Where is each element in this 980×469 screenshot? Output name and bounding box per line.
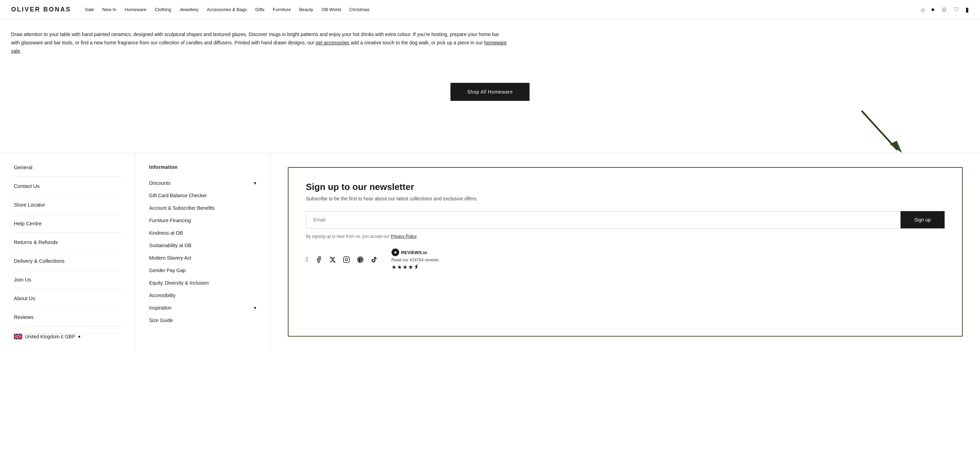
newsletter-subtitle: Subscribe to be the first to hear about … (306, 196, 945, 201)
footer-mid-discounts[interactable]: Discounts ▾ (149, 177, 256, 189)
social-links:  (306, 248, 945, 270)
footer-mid-furniture-financing[interactable]: Furniture Financing (149, 214, 256, 227)
main-content: Draw attention to your table with hand p… (0, 19, 520, 69)
nav-jewellery[interactable]: Jewellery (180, 7, 198, 12)
star-rating: ★ ★ ★ ★ ⯨ (391, 264, 419, 270)
shop-button-wrapper: Shop All Homeware (0, 69, 980, 108)
footer-left-items: General Contact Us Store Locator Help Ce… (14, 164, 121, 326)
shop-all-homeware-button[interactable]: Shop All Homeware (450, 83, 529, 101)
nav-ob-world[interactable]: OB World (321, 7, 341, 12)
facebook-icon[interactable]:  (306, 256, 308, 263)
newsletter-box: Sign up to our newsletter Subscribe to b… (288, 167, 963, 337)
wishlist-icon[interactable]: ♡ (954, 6, 959, 14)
newsletter-form: Sign up (306, 211, 945, 229)
nav-furniture[interactable]: Furniture (273, 7, 291, 12)
star-3: ★ (402, 264, 407, 270)
footer-item-general[interactable]: General (14, 164, 121, 177)
currency-chevron-icon[interactable]: ▾ (78, 334, 80, 339)
footer-left-panel: General Contact Us Store Locator Help Ce… (0, 153, 135, 350)
nav-icons: ⌕ ● ☺ ♡ ▮ (921, 6, 969, 14)
nav-links: Sale New In Homeware Clothing Jewellery … (85, 7, 921, 12)
location-icon[interactable]: ● (931, 6, 935, 13)
desc-text-3: . (20, 48, 22, 54)
x-twitter-icon[interactable] (329, 256, 336, 263)
nav-clothing[interactable]: Clothing (155, 7, 171, 12)
footer-mid-panel: Information Discounts ▾ Gift Card Balanc… (135, 153, 270, 350)
nav-homeware[interactable]: Homeware (125, 7, 147, 12)
reviews-count: Read our 418764 reviews (391, 258, 439, 262)
chevron-down-icon: ▾ (254, 180, 256, 186)
signup-button[interactable]: Sign up (900, 211, 945, 229)
desc-text-2: add a creative touch to the dog walk, or… (350, 40, 484, 45)
star-half: ⯨ (414, 264, 419, 270)
svg-rect-11 (343, 257, 349, 263)
flag-icon (14, 334, 22, 339)
nav-gifts[interactable]: Gifts (255, 7, 265, 12)
footer-item-contact[interactable]: Contact Us (14, 177, 121, 196)
footer-item-about[interactable]: About Us (14, 289, 121, 308)
reviews-section: ★ REVIEWS.io Read our 418764 reviews ★ ★… (391, 248, 439, 270)
privacy-policy-link[interactable]: Privacy Policy (391, 234, 417, 239)
footer-item-help[interactable]: Help Centre (14, 214, 121, 233)
account-icon[interactable]: ☺ (941, 6, 947, 13)
information-title: Information (149, 164, 256, 170)
footer-mid-equity[interactable]: Equity, Diversity & Inclusion (149, 277, 256, 289)
footer-mid-size-guide[interactable]: Size Guide (149, 314, 256, 326)
nav-accessories[interactable]: Accessories & Bags (207, 7, 247, 12)
footer-mid-kindness[interactable]: Kindness at OB (149, 227, 256, 239)
footer-mid-accessibility[interactable]: Accessibility (149, 289, 256, 302)
footer-mid-items: Discounts ▾ Gift Card Balance Checker Ac… (149, 177, 256, 326)
privacy-text: By signing up to hear from us, you accep… (306, 234, 945, 239)
reviews-io-icon: ★ (391, 248, 399, 256)
footer-item-join[interactable]: Join Us (14, 270, 121, 289)
star-2: ★ (397, 264, 402, 270)
nav-sale[interactable]: Sale (85, 7, 94, 12)
star-1: ★ (391, 264, 396, 270)
footer-mid-sustainability[interactable]: Sustainability at OB (149, 239, 256, 252)
reviews-logo: ★ REVIEWS.io (391, 248, 427, 256)
newsletter-title: Sign up to our newsletter (306, 182, 945, 192)
search-icon[interactable]: ⌕ (921, 6, 925, 13)
footer-mid-gender-pay[interactable]: Gender Pay Gap (149, 264, 256, 277)
currency-selector[interactable]: United Kingdom £ GBP ▾ (14, 334, 121, 339)
arrow-area (0, 108, 980, 156)
nav-new-in[interactable]: New In (102, 7, 116, 12)
email-input[interactable] (306, 211, 900, 229)
pinterest-icon[interactable] (357, 256, 364, 263)
arrow-icon (859, 108, 904, 156)
footer-mid-account-benefits[interactable]: Account & Subscriber Benefits (149, 202, 256, 214)
footer-mid-modern-slavery[interactable]: Modern Slavery Act (149, 252, 256, 264)
chevron-down-icon-2: ▾ (254, 305, 256, 311)
star-4: ★ (408, 264, 413, 270)
footer-right-panel: Sign up to our newsletter Subscribe to b… (270, 153, 980, 350)
instagram-icon[interactable] (343, 256, 350, 263)
nav-christmas[interactable]: Christmas (349, 7, 370, 12)
facebook-icon[interactable] (315, 256, 322, 263)
description-paragraph: Draw attention to your table with hand p… (11, 30, 509, 55)
footer-item-returns[interactable]: Returns & Refunds (14, 233, 121, 252)
tiktok-icon[interactable] (371, 256, 378, 263)
footer: General Contact Us Store Locator Help Ce… (0, 153, 980, 350)
footer-mid-inspiration[interactable]: Inspiration ▾ (149, 302, 256, 314)
footer-item-store-locator[interactable]: Store Locator (14, 196, 121, 214)
footer-mid-gift-card[interactable]: Gift Card Balance Checker (149, 189, 256, 202)
footer-item-delivery[interactable]: Delivery & Collections (14, 252, 121, 270)
navbar: OLIVER BONAS Sale New In Homeware Clothi… (0, 0, 980, 19)
footer-item-reviews[interactable]: Reviews (14, 308, 121, 326)
reviews-io-label: REVIEWS.io (401, 250, 427, 255)
currency-label: United Kingdom £ GBP (25, 334, 75, 339)
logo[interactable]: OLIVER BONAS (11, 6, 71, 13)
bag-icon[interactable]: ▮ (966, 6, 969, 14)
pet-accessories-link[interactable]: pet accessories (315, 40, 349, 45)
nav-beauty[interactable]: Beauty (299, 7, 313, 12)
